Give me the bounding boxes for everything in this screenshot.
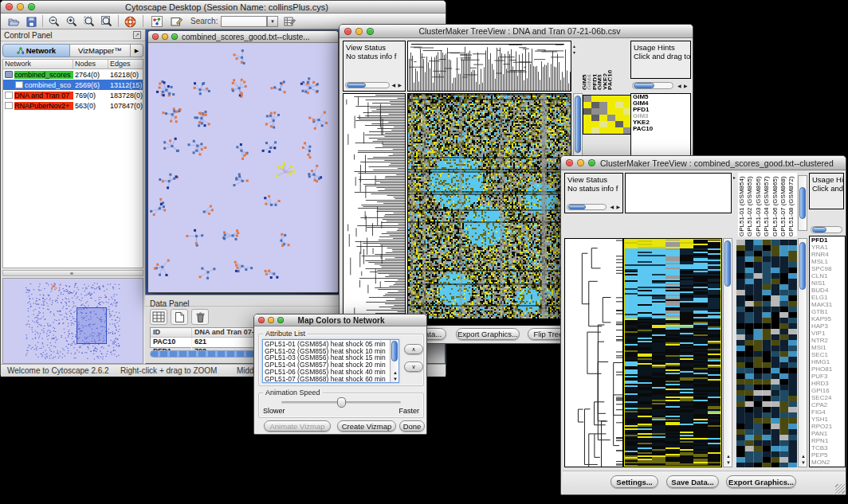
minimize-button[interactable]: [17, 3, 24, 10]
matrix-cell[interactable]: [599, 108, 607, 115]
gene-label[interactable]: KAP95: [810, 315, 845, 322]
matrix-cell[interactable]: [607, 127, 615, 134]
minimize-button[interactable]: [577, 159, 584, 166]
speed-slider[interactable]: [281, 401, 401, 404]
matrix-cell[interactable]: [599, 102, 607, 108]
list-item[interactable]: GPL51-06 (GSM865) heat shock 40 min: [265, 369, 397, 376]
move-up-button[interactable]: ∧: [404, 344, 423, 354]
main-titlebar[interactable]: Cytoscape Desktop (Session Name: collins…: [1, 1, 446, 14]
network-row[interactable]: combined_scores2764(0)16218(0): [3, 69, 143, 80]
gene-label[interactable]: CPA2: [810, 401, 845, 408]
zoom-window-button[interactable]: [367, 28, 374, 35]
gene-label[interactable]: PEP5: [810, 451, 845, 459]
done-button[interactable]: Done: [399, 420, 425, 432]
gene-label[interactable]: PFD1: [810, 236, 845, 244]
network-frame[interactable]: combined_scores_good.txt--cluste...: [147, 30, 339, 293]
slider-thumb[interactable]: [337, 397, 346, 408]
tab-overflow-button[interactable]: ▶: [131, 44, 143, 57]
matrix-cell[interactable]: [615, 115, 623, 121]
zoom-window-button[interactable]: [171, 33, 178, 40]
gene-label[interactable]: PAN1: [810, 430, 845, 437]
gene-label[interactable]: YRA1: [810, 244, 845, 251]
view-status-hscrollbar[interactable]: [345, 82, 390, 88]
gene-label[interactable]: FIG4: [810, 408, 845, 416]
gene-label[interactable]: SEC1: [810, 351, 845, 358]
tab-vizmapper[interactable]: VizMapper™: [70, 44, 131, 57]
column-dendrogram[interactable]: [407, 41, 571, 92]
matrix-cell[interactable]: [591, 102, 599, 108]
usage-hints-hscrollbar[interactable]: [632, 82, 673, 89]
column-label-vscrollbar[interactable]: [798, 175, 807, 231]
gene-label[interactable]: YSH1: [810, 416, 845, 423]
close-button[interactable]: [344, 28, 351, 35]
gene-label[interactable]: CLN1: [810, 272, 845, 279]
gene-label[interactable]: PHO81: [810, 365, 845, 373]
panel-divider[interactable]: [2, 270, 143, 276]
zoom-window-button[interactable]: [277, 317, 284, 323]
treeview2-titlebar[interactable]: ClusterMaker TreeView : combined_scores_…: [561, 156, 846, 170]
list-item[interactable]: GPL51-03 (GSM856) heat shock 15 min: [265, 354, 397, 361]
gene-label[interactable]: NIS1: [810, 279, 845, 287]
annotation-icon[interactable]: [168, 14, 184, 29]
open-file-icon[interactable]: [6, 14, 22, 29]
matrix-cell[interactable]: [607, 102, 615, 108]
heatmap-canvas[interactable]: [623, 238, 722, 467]
gene-label[interactable]: SPC98: [810, 265, 845, 272]
gene-label[interactable]: MSI1: [810, 344, 845, 351]
help-lifebuoy-icon[interactable]: [122, 14, 138, 29]
gene-label[interactable]: NTR2: [810, 337, 845, 344]
zoom-window-button[interactable]: [28, 3, 35, 10]
attribute-select-icon[interactable]: [150, 309, 167, 325]
close-button[interactable]: [258, 317, 265, 323]
save-data-button[interactable]: Save Data...: [666, 475, 719, 488]
export-graphics-button[interactable]: Export Graphics...: [726, 475, 796, 488]
matrix-cell[interactable]: [607, 115, 615, 121]
gene-label[interactable]: ELG1: [810, 294, 845, 301]
table-edit-icon[interactable]: [281, 14, 297, 29]
delete-attribute-icon[interactable]: [191, 309, 209, 325]
zoom-vscrollbar[interactable]: ▲▼: [798, 238, 807, 467]
matrix-cell[interactable]: [583, 102, 591, 108]
zoom-window-button[interactable]: [588, 159, 595, 166]
matrix-cell[interactable]: [615, 102, 623, 108]
minimize-button[interactable]: [162, 33, 168, 40]
gene-label[interactable]: HMG1: [810, 358, 845, 365]
matrix-cell[interactable]: [583, 108, 591, 115]
zoom-matrix[interactable]: [583, 95, 632, 135]
zoom-in-icon[interactable]: [64, 14, 80, 29]
gene-label[interactable]: PUF3: [810, 373, 845, 380]
matrix-cell[interactable]: [591, 127, 599, 134]
close-button[interactable]: [152, 33, 159, 40]
export-graphics-button[interactable]: Export Graphics...: [456, 328, 520, 340]
minimize-button[interactable]: [268, 317, 274, 323]
column-header[interactable]: ID: [151, 328, 192, 337]
gene-label[interactable]: RPN1: [810, 437, 845, 444]
animate-vizmap-button[interactable]: Animate Vizmap: [264, 420, 331, 432]
network-view-canvas[interactable]: [148, 43, 338, 292]
treeview1-titlebar[interactable]: ClusterMaker TreeView : DNA and Tran 07-…: [340, 25, 693, 38]
gene-label[interactable]: BUD4: [810, 287, 845, 294]
matrix-cell[interactable]: [599, 121, 607, 127]
gene-label[interactable]: VIP1: [810, 330, 845, 337]
matrix-cell[interactable]: [615, 121, 623, 127]
move-down-button[interactable]: ∨: [404, 361, 423, 372]
matrix-cell[interactable]: [591, 115, 599, 121]
matrix-cell[interactable]: [583, 127, 591, 134]
matrix-cell[interactable]: [583, 121, 591, 127]
gene-label-panel[interactable]: PFD1YRA1RNR4MSL1SPC98CLN1NIS1BUD4ELG1MAK…: [809, 236, 846, 467]
matrix-cell[interactable]: [591, 96, 599, 102]
heatmap-vscrollbar[interactable]: ▲▼: [723, 238, 732, 467]
list-item[interactable]: GPL51-02 (GSM855) heat shock 10 min: [265, 348, 397, 355]
create-vizmap-button[interactable]: Create Vizmap: [337, 420, 396, 432]
dialog-titlebar[interactable]: Map Colors to Network: [254, 315, 426, 326]
gene-label[interactable]: HAP3: [810, 322, 845, 330]
row-dendrogram[interactable]: [343, 93, 406, 319]
gene-label[interactable]: GTB1: [810, 308, 845, 315]
matrix-cell[interactable]: [607, 96, 615, 102]
zoom-fit-icon[interactable]: [81, 14, 97, 29]
list-item[interactable]: GPL51-07 (GSM868) heat shock 60 min: [265, 376, 397, 383]
network-row[interactable]: RNAPuberNov2+563(0)107847(0): [3, 100, 143, 111]
matrix-cell[interactable]: [583, 115, 591, 121]
settings-button[interactable]: Settings...: [610, 475, 658, 488]
gene-label[interactable]: RNR4: [810, 251, 845, 258]
